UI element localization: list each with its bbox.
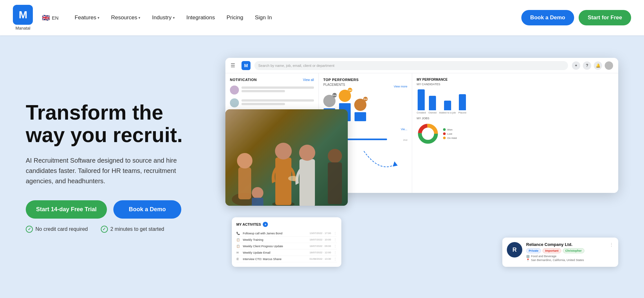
legend-onhold: On Hold bbox=[443, 137, 457, 140]
bar-rect-owned bbox=[429, 96, 436, 110]
view-more-link[interactable]: View more bbox=[394, 85, 407, 88]
view-all-link[interactable]: View all bbox=[303, 78, 314, 82]
nav-item-signin[interactable]: Sign In bbox=[251, 12, 277, 23]
activity-date-5: 01/08/2022 · 13:30 bbox=[309, 257, 331, 260]
nav-features-label: Features bbox=[75, 14, 96, 21]
activity-item-3: 📋 Weekly Client Progress Update 18/07/20… bbox=[236, 243, 337, 249]
hero-section: Transform the way you recruit. AI Recrui… bbox=[0, 35, 644, 298]
nav-pricing-label: Pricing bbox=[227, 14, 243, 21]
company-location: 📍 San Bernardino, California, United Sta… bbox=[526, 258, 605, 262]
notif-line-short bbox=[242, 103, 285, 105]
dashboard-icons: + ? 🔔 bbox=[572, 61, 613, 70]
placement-badge-3: 3rd bbox=[363, 97, 368, 101]
nav-item-features[interactable]: Features ▾ bbox=[70, 12, 104, 23]
company-more-icon[interactable]: ⋮ bbox=[609, 242, 614, 247]
logo-letter: M bbox=[19, 9, 27, 21]
activity-item-5: 🗓 Interview CTO: Marcus Shane 01/08/2022… bbox=[236, 256, 337, 262]
cand-badge: 2nd bbox=[403, 139, 407, 141]
my-candidates-label: MY CANDIDATES bbox=[417, 83, 614, 86]
notif-avatar-1 bbox=[230, 86, 239, 95]
company-info: Reliance Company Ltd. Private Important … bbox=[526, 242, 605, 262]
arrow-decoration bbox=[361, 148, 399, 186]
industry-icon: 🏢 bbox=[526, 255, 530, 258]
people-illustration bbox=[225, 109, 348, 206]
activity-text-1: Followup call with James Bond bbox=[243, 232, 307, 235]
more-icon-5[interactable]: ⋮ bbox=[334, 257, 337, 261]
start-free-button[interactable]: Start for Free bbox=[579, 10, 631, 25]
add-activity-button[interactable]: + bbox=[263, 222, 268, 227]
legend-label-won: Won bbox=[447, 128, 452, 131]
legend-dot-won bbox=[443, 128, 446, 131]
svg-point-16 bbox=[288, 176, 298, 181]
nav-item-integrations[interactable]: Integrations bbox=[182, 12, 220, 23]
activity-text-4: Weekly Update Email bbox=[243, 251, 307, 254]
notification-header: NOTIFICATION View all bbox=[230, 78, 314, 82]
phone-icon: 📞 bbox=[236, 232, 240, 235]
my-performance-title: MY PERFORMANCE bbox=[417, 78, 614, 81]
brand-logo[interactable]: M Manatal bbox=[13, 5, 33, 31]
placement-3rd: 3rd bbox=[354, 99, 366, 121]
bar-added: Added to a job bbox=[439, 101, 456, 114]
bar-rect-added bbox=[444, 101, 451, 110]
legend-dot-lost bbox=[443, 132, 446, 135]
help-icon: ? bbox=[583, 61, 591, 70]
bar-rect-created bbox=[418, 89, 425, 110]
company-name: Reliance Company Ltd. bbox=[526, 242, 605, 247]
nav-item-resources[interactable]: Resources ▾ bbox=[107, 12, 145, 23]
dashboard-topbar: ☰ M Search by name, job, email, client o… bbox=[225, 58, 618, 73]
language-selector[interactable]: 🇬🇧 EN bbox=[42, 14, 59, 22]
svg-point-12 bbox=[328, 149, 342, 163]
svg-point-9 bbox=[275, 143, 292, 159]
svg-rect-15 bbox=[252, 198, 263, 206]
badge-text-2: 2 minutes to get started bbox=[110, 226, 164, 232]
start-trial-button[interactable]: Start 14-day Free Trial bbox=[26, 200, 107, 219]
tag-important: Important bbox=[543, 248, 561, 253]
nav-item-industry[interactable]: Industry ▾ bbox=[147, 12, 179, 23]
activity-date-2: 18/07/2022 · 10:00 bbox=[309, 238, 331, 241]
hero-title: Transform the way you recruit. bbox=[26, 102, 206, 146]
legend-dot-onhold bbox=[443, 137, 446, 139]
brand-name: Manatal bbox=[15, 26, 30, 31]
more-icon-2[interactable]: ⋮ bbox=[334, 238, 337, 241]
more-icon-3[interactable]: ⋮ bbox=[334, 244, 337, 248]
donut-chart-row: Won Lost On Hold bbox=[417, 122, 614, 145]
svg-marker-17 bbox=[393, 161, 398, 167]
location-icon: 📍 bbox=[526, 258, 530, 262]
legend-lost: Lost bbox=[443, 132, 457, 135]
dashboard-mockup: ☰ M Search by name, job, email, client o… bbox=[225, 58, 618, 276]
nav-item-pricing[interactable]: Pricing bbox=[222, 12, 248, 23]
bar-placed: Placed bbox=[458, 94, 466, 114]
photo-panel bbox=[225, 109, 348, 206]
activity-item-4: ✉ Weekly Update Email 18/07/2022 · 12:00… bbox=[236, 249, 337, 256]
nav-signin-label: Sign In bbox=[255, 14, 272, 21]
more-icon-4[interactable]: ⋮ bbox=[334, 251, 337, 254]
user-avatar bbox=[605, 61, 613, 70]
chevron-down-icon: ▾ bbox=[138, 16, 140, 20]
nav-actions: Book a Demo Start for Free bbox=[521, 10, 631, 25]
tag-person: Christopher bbox=[563, 248, 584, 253]
email-icon: ✉ bbox=[236, 251, 240, 254]
nav-links: Features ▾ Resources ▾ Industry ▾ Integr… bbox=[70, 12, 515, 23]
candidates-view-link[interactable]: Vie... bbox=[401, 128, 407, 131]
legend-label-lost: Lost bbox=[447, 132, 452, 135]
check-icon-2: ✓ bbox=[101, 226, 108, 233]
logo-box: M bbox=[13, 5, 33, 25]
top-performers-title: TOP PERFORMERS bbox=[323, 78, 407, 82]
dashboard-search[interactable]: Search by name, job, email, client or de… bbox=[254, 61, 568, 70]
flag-icon: 🇬🇧 bbox=[42, 14, 50, 22]
bell-icon: 🔔 bbox=[594, 61, 602, 70]
activity-item-2: 📋 Weekly Training 18/07/2022 · 10:00 ⋮ bbox=[236, 237, 337, 243]
placement-bar-3 bbox=[355, 112, 366, 121]
bar-label-placed: Placed bbox=[458, 111, 466, 114]
chevron-down-icon: ▾ bbox=[173, 16, 175, 20]
bar-label-created: Created bbox=[417, 111, 426, 114]
hero-book-demo-button[interactable]: Book a Demo bbox=[113, 200, 181, 219]
notif-item-2 bbox=[230, 98, 314, 107]
legend-won: Won bbox=[443, 128, 457, 131]
more-icon-1[interactable]: ⋮ bbox=[334, 231, 337, 235]
tag-private: Private bbox=[526, 248, 541, 253]
calendar-icon: 🗓 bbox=[236, 257, 240, 261]
book-demo-button[interactable]: Book a Demo bbox=[521, 10, 574, 25]
bar-created: Created bbox=[417, 89, 426, 114]
activity-date-1: 13/07/2022 · 17:00 bbox=[309, 232, 331, 235]
